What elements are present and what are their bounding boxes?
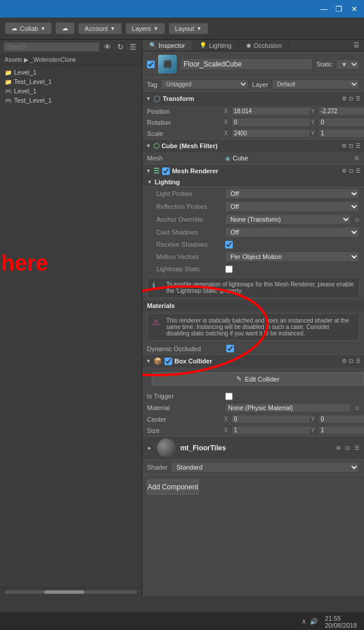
- maximize-button[interactable]: ❐: [334, 5, 344, 13]
- list-item[interactable]: 🎮 Test_Level_1: [0, 96, 142, 105]
- eye-button[interactable]: 👁: [102, 42, 113, 52]
- mesh-renderer-options-icon[interactable]: ⚙: [342, 168, 346, 174]
- floor-options-icon[interactable]: ⚙: [336, 445, 341, 451]
- mesh-filter-expand-icon[interactable]: ⊡: [349, 143, 354, 149]
- box-collider-checkbox[interactable]: [164, 358, 172, 365]
- mesh-renderer-menu-icon[interactable]: ☰: [356, 168, 360, 174]
- layout-button[interactable]: Layout ▼: [169, 23, 208, 34]
- tag-select[interactable]: Untagged: [161, 79, 249, 89]
- warning-area: ⚠ This renderer is statically batched an…: [142, 313, 364, 341]
- static-dropdown[interactable]: ▼: [336, 60, 359, 69]
- scale-y-input[interactable]: [318, 129, 364, 138]
- floor-tiles-collapse-icon[interactable]: [147, 445, 152, 451]
- center-y-input[interactable]: [318, 415, 364, 424]
- list-item[interactable]: 📁 Test_Level_1: [0, 77, 142, 86]
- object-active-checkbox[interactable]: [147, 61, 155, 68]
- collab-button[interactable]: ☁ Collab ▼: [5, 22, 52, 34]
- menu-button[interactable]: ☰: [128, 42, 138, 52]
- unity-scene-icon: 🎮: [5, 97, 12, 104]
- size-y-input[interactable]: [318, 426, 364, 435]
- center-x-input[interactable]: [232, 415, 310, 424]
- mesh-filter-header[interactable]: ⬡ Cube (Mesh Filter) ⚙ ⊡ ☰: [142, 139, 364, 152]
- list-item[interactable]: 🎮 Level_1: [0, 86, 142, 96]
- position-y-input[interactable]: [318, 107, 364, 116]
- static-label: Static: [316, 61, 332, 68]
- anchor-settings-icon: ⊙: [355, 216, 359, 223]
- statusbar-right: ∧ 🔊 21:55 20/08/2018: [302, 615, 357, 629]
- scale-row: Scale X Y Z: [142, 128, 364, 139]
- tab-occlusion[interactable]: ◉ Occlusion: [239, 40, 289, 51]
- cast-shadows-select[interactable]: Off: [225, 227, 359, 237]
- lightmap-static-checkbox[interactable]: [225, 265, 233, 273]
- refresh-button[interactable]: ↻: [116, 42, 125, 52]
- add-component-button[interactable]: Add Component: [147, 480, 199, 495]
- mesh-renderer-icon: ☰: [153, 167, 160, 175]
- motion-vectors-row: Motion Vectors Per Object Motion: [142, 250, 364, 263]
- box-collider-header[interactable]: 📦 Box Collider ⚙ ⊡ ☰: [142, 355, 364, 368]
- box-collider-menu-icon[interactable]: ☰: [356, 358, 360, 364]
- floor-expand-icon[interactable]: ⊡: [345, 445, 350, 451]
- scale-x-input[interactable]: [232, 129, 310, 138]
- search-input[interactable]: [4, 42, 100, 52]
- motion-vectors-select[interactable]: Per Object Motion: [225, 251, 359, 262]
- mesh-filter-menu-icon[interactable]: ☰: [356, 143, 360, 149]
- floor-menu-icon[interactable]: ☰: [355, 445, 359, 451]
- mesh-row: Mesh ◉ Cube ⚙: [142, 152, 364, 164]
- transform-menu-icon[interactable]: ☰: [356, 96, 360, 102]
- layout-arrow-icon: ▼: [197, 26, 202, 32]
- unity-scene-icon: 🎮: [5, 88, 12, 94]
- statusbar: ∧ 🔊 21:55 20/08/2018: [0, 612, 364, 630]
- transform-options-icon[interactable]: ⚙: [342, 96, 346, 102]
- light-probes-select[interactable]: Off: [225, 188, 359, 199]
- list-item[interactable]: 📁 Level_1: [0, 68, 142, 77]
- transform-component: ⬡ Transform ⚙ ⊡ ☰ Position X Y Z: [142, 92, 364, 139]
- edit-collider-button[interactable]: ✎ Edit Collider: [152, 372, 364, 386]
- inspector-menu-button[interactable]: ☰: [349, 40, 364, 51]
- toolbar: ☁ Collab ▼ ☁ Account ▼ Layers ▼ Layout ▼: [0, 18, 364, 40]
- layers-arrow-icon: ▼: [153, 26, 159, 32]
- shader-select[interactable]: Standard: [171, 462, 359, 473]
- position-x-input[interactable]: [232, 107, 310, 116]
- collab-icon: ☁: [11, 24, 18, 32]
- lighting-section-header[interactable]: Lighting: [142, 177, 364, 187]
- is-trigger-checkbox[interactable]: [225, 393, 233, 400]
- account-button[interactable]: Account ▼: [78, 23, 122, 34]
- mesh-renderer-header[interactable]: ☰ Mesh Renderer ⚙ ⊡ ☰: [142, 164, 364, 177]
- receive-shadows-checkbox[interactable]: [225, 241, 233, 249]
- mesh-filter-icon: ⬡: [153, 142, 159, 150]
- tab-lighting[interactable]: 💡 Lighting: [192, 40, 239, 51]
- size-row: Size X Y Z: [142, 425, 364, 436]
- size-x-input[interactable]: [232, 426, 310, 435]
- layers-button[interactable]: Layers ▼: [125, 23, 165, 34]
- layer-select[interactable]: Default: [272, 79, 359, 89]
- box-collider-options-icon[interactable]: ⚙: [342, 358, 346, 364]
- info-icon: ℹ: [152, 281, 162, 290]
- box-collider-expand-icon[interactable]: ⊡: [349, 358, 354, 364]
- mesh-renderer-expand-icon[interactable]: ⊡: [349, 168, 354, 174]
- rotation-x-input[interactable]: [232, 118, 310, 127]
- cloud-button[interactable]: ☁: [55, 22, 75, 34]
- mesh-renderer-checkbox[interactable]: [162, 167, 170, 175]
- mesh-filter-options-icon[interactable]: ⚙: [342, 143, 346, 149]
- cast-shadows-row: Cast Shadows Off: [142, 226, 364, 239]
- rotation-y-input[interactable]: [318, 118, 364, 127]
- floor-sphere-preview: [157, 439, 176, 457]
- dynamic-occluded-checkbox[interactable]: [226, 345, 234, 352]
- transform-header[interactable]: ⬡ Transform ⚙ ⊡ ☰: [142, 92, 364, 106]
- close-button[interactable]: ✕: [349, 5, 359, 13]
- clock: 21:55 20/08/2018: [325, 615, 357, 629]
- warning-icon: ⚠: [152, 317, 162, 327]
- minimize-button[interactable]: —: [318, 5, 329, 13]
- tab-inspector[interactable]: 🔍 Inspector: [142, 40, 192, 51]
- reflection-probes-select[interactable]: Off: [225, 201, 359, 212]
- mesh-value: Cube: [233, 155, 352, 162]
- mesh-filter-component: ⬡ Cube (Mesh Filter) ⚙ ⊡ ☰ Mesh ◉ Cube ⚙: [142, 139, 364, 164]
- object-name-input[interactable]: [180, 58, 313, 70]
- lighting-collapse-icon: [147, 179, 152, 185]
- up-arrow-icon: ∧: [302, 618, 306, 625]
- left-panel-toolbar: 👁 ↻ ☰: [0, 40, 142, 55]
- material-value: None (Physic Material): [225, 403, 351, 412]
- folder-icon: 📁: [5, 69, 12, 76]
- transform-expand-icon[interactable]: ⊡: [349, 96, 354, 102]
- anchor-override-select[interactable]: None (Transform): [225, 214, 351, 225]
